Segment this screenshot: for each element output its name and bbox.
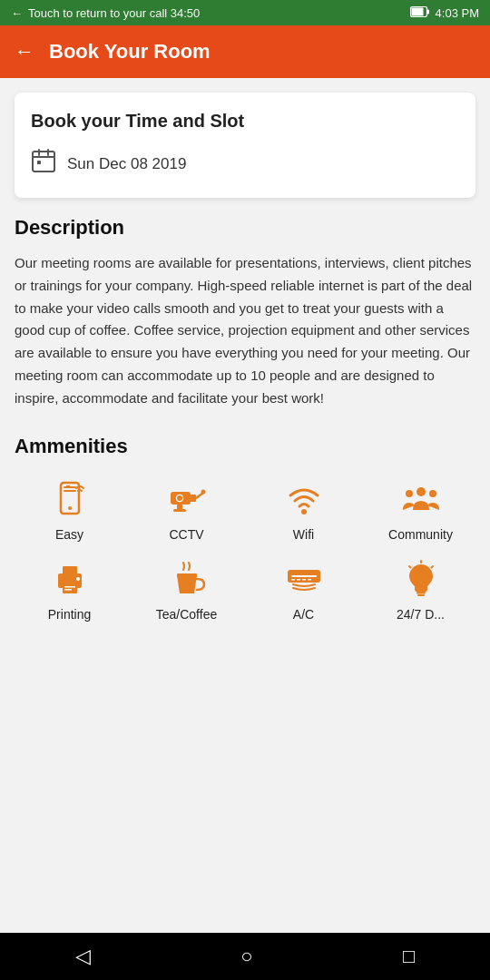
community-label: Community (388, 527, 453, 542)
community-icon (401, 476, 441, 520)
cctv-label: CCTV (169, 527, 203, 542)
svg-point-23 (406, 490, 413, 497)
amenity-cctv: CCTV (132, 476, 241, 542)
printing-icon (51, 556, 89, 600)
booking-card-title: Book your Time and Slot (31, 111, 459, 132)
svg-rect-31 (177, 573, 197, 577)
svg-rect-33 (291, 575, 317, 577)
back-nav-button[interactable]: ◁ (75, 945, 91, 968)
lightbulb-icon (402, 556, 440, 600)
app-bar-title: Book Your Room (49, 40, 211, 64)
status-bar-left: ← Touch to return to your call 34:50 (11, 6, 200, 20)
booking-date-text: Sun Dec 08 2019 (67, 155, 186, 173)
amenities-grid: Easy (15, 476, 475, 542)
svg-point-11 (68, 506, 72, 510)
recent-nav-button[interactable]: □ (403, 945, 415, 968)
svg-rect-29 (64, 589, 72, 591)
svg-rect-28 (64, 586, 75, 588)
status-bar-right: 4:03 PM (410, 6, 479, 20)
svg-rect-26 (63, 566, 77, 575)
booking-card: Book your Time and Slot Sun Dec 08 2019 (15, 93, 475, 198)
back-call-icon: ← (11, 6, 23, 20)
description-title: Description (15, 216, 475, 240)
description-text: Our meeting rooms are available for pres… (15, 252, 475, 409)
amenity-wifi: Wifi (249, 476, 358, 542)
ac-label: A/C (293, 607, 314, 622)
wifi-icon (285, 476, 323, 520)
call-text: Touch to return to your call 34:50 (28, 6, 200, 20)
amenity-tea: Tea/Coffee (132, 556, 241, 622)
amenities-grid-2: Printing Tea/Coffee (15, 556, 475, 622)
amenities-title: Ammenities (15, 435, 475, 458)
printing-label: Printing (48, 607, 91, 622)
svg-rect-2 (411, 7, 423, 15)
247-label: 24/7 D... (397, 607, 445, 622)
cctv-icon (167, 476, 207, 520)
amenity-ac: A/C (249, 556, 358, 622)
svg-line-41 (431, 566, 433, 568)
description-section: Description Our meeting rooms are availa… (15, 216, 475, 409)
svg-rect-12 (66, 485, 70, 487)
main-content: Book your Time and Slot Sun Dec 08 2019 … (0, 78, 490, 636)
svg-rect-37 (308, 579, 311, 581)
battery-icon (410, 6, 430, 20)
status-bar: ← Touch to return to your call 34:50 4:0… (0, 0, 490, 25)
svg-rect-20 (173, 509, 186, 512)
svg-rect-9 (64, 486, 76, 488)
svg-point-30 (76, 577, 80, 581)
booking-date-row: Sun Dec 08 2019 (31, 148, 459, 180)
app-bar: ← Book Your Room (0, 25, 490, 78)
svg-point-15 (177, 495, 182, 501)
svg-rect-3 (33, 152, 54, 172)
easy-icon (51, 476, 89, 520)
svg-line-42 (409, 566, 411, 568)
svg-rect-34 (291, 579, 295, 581)
ac-icon (284, 556, 324, 600)
svg-point-18 (201, 490, 205, 495)
nav-bar: ◁ ○ □ (0, 933, 490, 980)
amenity-printing: Printing (15, 556, 124, 622)
time-text: 4:03 PM (436, 6, 479, 20)
svg-point-21 (301, 509, 307, 514)
svg-point-22 (416, 487, 426, 496)
svg-rect-36 (302, 579, 306, 581)
calendar-icon[interactable] (31, 148, 56, 180)
tea-icon (168, 556, 206, 600)
back-button[interactable]: ← (15, 40, 34, 64)
svg-rect-10 (64, 490, 76, 492)
amenity-247: 24/7 D... (366, 556, 475, 622)
svg-rect-38 (416, 592, 426, 594)
svg-point-24 (429, 490, 436, 497)
svg-rect-39 (417, 594, 425, 596)
easy-label: Easy (55, 527, 83, 542)
amenity-easy: Easy (15, 476, 124, 542)
svg-rect-7 (37, 161, 41, 164)
amenity-community: Community (366, 476, 475, 542)
tea-label: Tea/Coffee (156, 607, 217, 622)
amenities-section: Ammenities Easy (15, 435, 475, 622)
svg-rect-35 (297, 579, 300, 581)
svg-rect-1 (426, 9, 429, 14)
wifi-label: Wifi (293, 527, 314, 542)
home-nav-button[interactable]: ○ (240, 945, 252, 968)
